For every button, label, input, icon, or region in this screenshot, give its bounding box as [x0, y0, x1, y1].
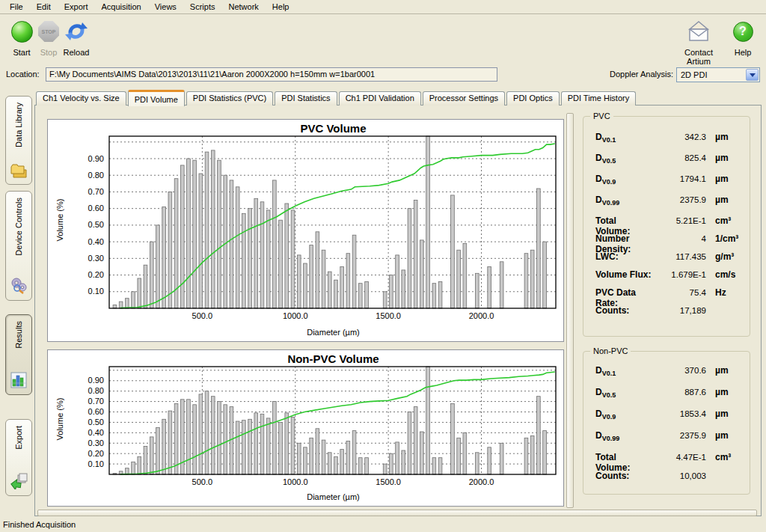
- svg-text:1000.0: 1000.0: [283, 311, 308, 320]
- stat-row-nonpvc-dv099: DV0.99 2375.9µm: [583, 430, 750, 452]
- menu-views[interactable]: Views: [148, 1, 183, 13]
- non-pvc-stats-groupbox: Non-PVC DV0.1 370.6µm DV0.5 887.6µm DV0.…: [583, 351, 750, 495]
- menu-export[interactable]: Export: [58, 1, 95, 13]
- svg-text:0.50: 0.50: [88, 220, 104, 229]
- help-icon: ?: [733, 22, 753, 42]
- menu-file[interactable]: File: [3, 1, 30, 13]
- reload-label: Reload: [52, 48, 101, 57]
- reload-icon: [52, 18, 101, 45]
- svg-text:0.30: 0.30: [88, 438, 104, 447]
- tab-pdi-optics[interactable]: PDI Optics: [506, 91, 560, 106]
- tab-pdi-statistics-pvc[interactable]: PDI Statistics (PVC): [186, 91, 273, 106]
- stat-row-pvc-number-density: Number Density: 41/cm³: [583, 233, 750, 251]
- menu-help[interactable]: Help: [266, 1, 296, 13]
- svg-text:0.90: 0.90: [88, 376, 104, 385]
- sidebar-item-data-library[interactable]: Data Library: [5, 96, 32, 185]
- non-pvc-groupbox-title: Non-PVC: [590, 346, 631, 355]
- sidebar-label-results: Results: [14, 321, 23, 349]
- stat-row-pvc-counts: Counts: 17,189: [583, 305, 750, 323]
- svg-text:0.90: 0.90: [88, 154, 104, 163]
- svg-text:0.70: 0.70: [88, 187, 104, 196]
- sidebar-item-device-controls[interactable]: Device Controls: [5, 191, 32, 301]
- contact-artium-label: Contact Artium: [674, 48, 723, 66]
- doppler-analysis-value: 2D PDI: [677, 70, 746, 79]
- stat-row-nonpvc-dv09: DV0.9 1853.4µm: [583, 409, 750, 430]
- svg-text:0.50: 0.50: [88, 418, 104, 426]
- pvc-stats-groupbox: PVC DV0.1 342.3µm DV0.5 825.4µm DV0.9 17…: [583, 116, 750, 337]
- help-label: Help: [718, 48, 766, 57]
- svg-text:0.40: 0.40: [88, 428, 104, 437]
- svg-text:0.20: 0.20: [88, 270, 104, 279]
- sidebar-item-export[interactable]: Export: [5, 419, 32, 496]
- svg-text:2000.0: 2000.0: [469, 311, 494, 320]
- tab-pdi-volume[interactable]: PDI Volume: [128, 90, 185, 106]
- tab-processor-settings[interactable]: Processor Settings: [423, 91, 505, 106]
- menu-acquisition[interactable]: Acquisition: [95, 1, 148, 13]
- svg-text:2000.0: 2000.0: [469, 477, 494, 486]
- stat-row-pvc-volume-flux: Volume Flux: 1.679E-1cm/s: [583, 269, 750, 287]
- stat-row-nonpvc-dv05: DV0.5 887.6µm: [583, 387, 750, 409]
- reload-button[interactable]: Reload: [52, 18, 101, 57]
- stat-row-pvc-dv05: DV0.5 825.4µm: [583, 153, 750, 174]
- menu-network[interactable]: Network: [221, 1, 265, 13]
- pvc-volume-chart: 0.100.200.300.400.500.600.700.800.90500.…: [48, 120, 565, 326]
- sidebar-label-device-controls: Device Controls: [14, 198, 23, 256]
- tab-strip: Ch1 Velocity vs. Size PDI Volume PDI Sta…: [36, 90, 637, 106]
- menu-edit[interactable]: Edit: [30, 1, 58, 13]
- location-field[interactable]: F:\My Documents\AIMS Data\2013\2013\11\2…: [46, 67, 497, 82]
- svg-text:0.20: 0.20: [88, 449, 104, 458]
- stat-row-nonpvc-counts: Counts: 10,003: [583, 471, 750, 489]
- tab-ch1-pdi-validation[interactable]: Ch1 PDI Validation: [339, 91, 421, 106]
- svg-text:500.0: 500.0: [192, 477, 213, 486]
- svg-text:1000.0: 1000.0: [283, 477, 308, 486]
- stat-row-pvc-data-rate: PVC Data Rate: 75.4Hz: [583, 287, 750, 305]
- non-pvc-volume-chart-panel: Non-PVC Volume Volume (%) 0.100.200.300.…: [47, 349, 564, 507]
- combo-dropdown-button[interactable]: [746, 69, 759, 81]
- stat-row-nonpvc-dv01: DV0.1 370.6µm: [583, 365, 750, 387]
- bar-chart-icon: [10, 372, 27, 390]
- stat-row-pvc-lwc: LWC: 117.435g/m³: [583, 251, 750, 269]
- menu-scripts[interactable]: Scripts: [183, 1, 222, 13]
- envelope-icon: [674, 18, 723, 45]
- sidebar-item-results[interactable]: Results: [5, 314, 32, 395]
- pvc-groupbox-title: PVC: [590, 111, 613, 120]
- folders-icon: [10, 162, 28, 180]
- doppler-analysis-select[interactable]: 2D PDI: [676, 67, 760, 82]
- pvc-chart-xlabel: Diameter (µm): [109, 328, 557, 337]
- toolbar: Start STOP Stop Reload Contact Artium ? …: [0, 15, 766, 64]
- doppler-analysis-label: Doppler Analysis:: [610, 70, 673, 79]
- svg-text:0.60: 0.60: [88, 204, 104, 213]
- gears-icon: [10, 276, 28, 296]
- svg-text:500.0: 500.0: [192, 311, 213, 320]
- tab-pdi-time-history[interactable]: PDI Time History: [561, 91, 637, 106]
- location-label: Location:: [6, 70, 40, 79]
- svg-text:0.40: 0.40: [88, 237, 104, 246]
- help-button[interactable]: ? Help: [718, 18, 766, 57]
- tab-ch1-velocity-vs-size[interactable]: Ch1 Velocity vs. Size: [36, 91, 126, 106]
- svg-text:0.80: 0.80: [88, 386, 104, 395]
- contact-artium-button[interactable]: Contact Artium: [674, 18, 723, 66]
- tab-pdi-statistics[interactable]: PDI Statistics: [275, 91, 337, 106]
- export-arrow-icon: [10, 473, 28, 491]
- results-content-panel: PVC Volume Volume (%) 0.100.200.300.400.…: [34, 105, 762, 516]
- non-pvc-volume-chart: 0.100.200.300.400.500.600.700.800.90500.…: [48, 350, 565, 491]
- charts-vertical-scrollbar[interactable]: [566, 113, 574, 508]
- stat-row-pvc-total-volume: Total Volume: 5.21E-1cm³: [583, 215, 750, 233]
- non-pvc-chart-xlabel: Diameter (µm): [109, 492, 557, 501]
- svg-text:1500.0: 1500.0: [376, 477, 401, 486]
- svg-text:0.10: 0.10: [88, 459, 104, 468]
- status-bar: Finished Acquisition: [0, 517, 766, 532]
- stat-row-pvc-dv099: DV0.99 2375.9µm: [583, 195, 750, 215]
- svg-text:0.70: 0.70: [88, 397, 104, 406]
- stat-row-pvc-dv01: DV0.1 342.3µm: [583, 132, 750, 153]
- stat-row-nonpvc-total-volume: Total Volume: 4.47E-1cm³: [583, 452, 750, 471]
- sidebar-label-export: Export: [14, 426, 23, 450]
- pvc-volume-chart-panel: PVC Volume Volume (%) 0.100.200.300.400.…: [47, 119, 564, 342]
- location-row: Location: F:\My Documents\AIMS Data\2013…: [0, 64, 766, 87]
- charts-horizontal-scrollbar[interactable]: [37, 510, 757, 516]
- menu-bar: File Edit Export Acquisition Views Scrip…: [0, 0, 766, 14]
- stat-row-pvc-dv09: DV0.9 1794.1µm: [583, 174, 750, 195]
- aims-application-window: { "menu": { "items": ["File","Edit","Exp…: [0, 0, 766, 532]
- svg-text:1500.0: 1500.0: [376, 311, 401, 320]
- chevron-down-icon: [750, 73, 756, 77]
